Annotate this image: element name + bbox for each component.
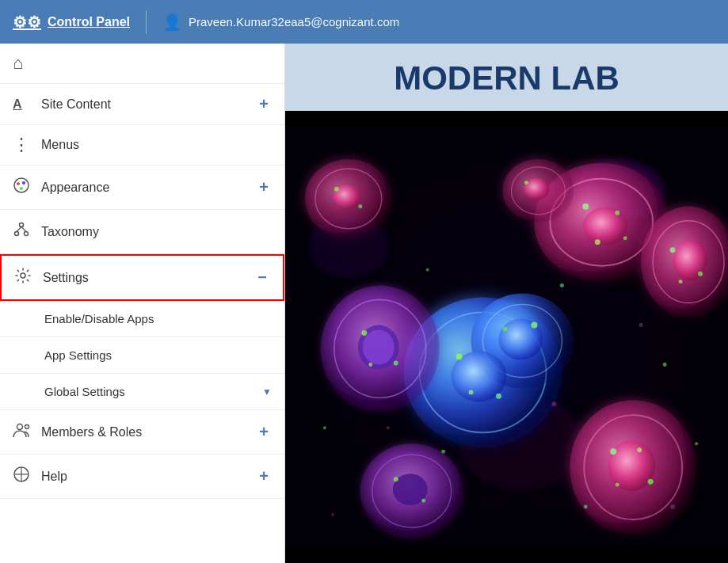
control-panel-label: Control Panel [48, 15, 130, 29]
sidebar-sub-item-enable-disable[interactable]: Enable/Disable Apps [0, 301, 284, 337]
site-content-icon: A [13, 97, 35, 112]
gear-icon: ⚙ [13, 13, 41, 32]
members-toggle[interactable]: + [256, 423, 272, 441]
svg-point-9 [21, 273, 25, 278]
svg-point-72 [560, 283, 564, 287]
sidebar-item-label: Appearance [41, 181, 256, 195]
svg-line-7 [17, 227, 21, 232]
global-settings-toggle[interactable]: ▼ [262, 386, 272, 398]
sidebar-item-menus[interactable]: ⋮ Menus [0, 125, 284, 165]
svg-point-22 [583, 207, 627, 245]
sidebar-item-site-content[interactable]: A Site Content + [0, 84, 284, 125]
settings-icon [14, 267, 36, 288]
svg-point-32 [679, 280, 683, 283]
svg-point-42 [531, 322, 537, 329]
svg-line-8 [21, 227, 26, 232]
sidebar-sub-item-label: Global Settings [44, 385, 262, 398]
svg-point-80 [639, 323, 643, 327]
control-panel-link[interactable]: ⚙ Control Panel [13, 13, 130, 32]
svg-point-26 [623, 236, 627, 240]
header: ⚙ Control Panel 👤 Praveen.Kumar32eaa5@co… [0, 0, 728, 44]
content-area: MODERN LAB [285, 44, 728, 563]
sidebar-item-appearance[interactable]: Appearance + [0, 165, 284, 210]
svg-point-4 [20, 223, 24, 227]
svg-point-39 [456, 353, 463, 359]
svg-point-71 [524, 181, 528, 184]
svg-point-67 [358, 204, 362, 208]
sidebar-item-members[interactable]: Members & Roles + [0, 410, 284, 455]
header-divider [146, 10, 147, 34]
home-icon: ⌂ [13, 53, 23, 73]
sidebar-sub-item-label: App Settings [44, 348, 272, 362]
svg-point-81 [387, 426, 390, 429]
svg-point-66 [334, 187, 339, 192]
svg-point-61 [394, 477, 398, 481]
sidebar-sub-item-app-settings[interactable]: App Settings [0, 337, 284, 374]
sidebar-item-label: Help [41, 470, 256, 484]
svg-point-75 [323, 426, 326, 429]
appearance-icon [13, 177, 35, 198]
members-icon [13, 421, 35, 443]
help-icon [13, 466, 35, 487]
svg-point-11 [25, 425, 29, 429]
svg-point-25 [595, 239, 600, 245]
sidebar-item-label: Settings [43, 271, 254, 285]
svg-point-83 [331, 513, 334, 516]
svg-point-55 [648, 479, 654, 485]
svg-point-73 [426, 268, 429, 272]
svg-point-79 [551, 401, 556, 406]
svg-point-2 [22, 181, 25, 184]
help-toggle[interactable]: + [256, 467, 272, 485]
sidebar-item-help[interactable]: Help + [0, 455, 284, 499]
sidebar-item-label: Members & Roles [41, 425, 256, 439]
taxonomy-icon [13, 221, 35, 242]
svg-point-47 [363, 330, 394, 365]
svg-point-77 [695, 442, 698, 445]
microscopy-image [285, 111, 728, 563]
svg-point-3 [20, 187, 23, 190]
svg-point-30 [670, 247, 676, 253]
svg-point-54 [610, 448, 616, 455]
svg-point-78 [441, 450, 445, 454]
sidebar-sub-item-label: Enable/Disable Apps [44, 312, 272, 325]
svg-point-1 [17, 182, 20, 185]
sidebar-item-settings[interactable]: Settings − [0, 254, 284, 301]
svg-point-50 [368, 363, 372, 367]
svg-point-57 [616, 483, 619, 487]
svg-point-23 [582, 204, 589, 210]
svg-point-74 [663, 363, 667, 367]
svg-point-82 [670, 504, 675, 509]
page-title: MODERN LAB [285, 44, 728, 105]
svg-point-43 [503, 327, 508, 332]
svg-point-5 [15, 232, 19, 236]
svg-point-56 [637, 447, 642, 452]
sidebar-sub-item-global-settings[interactable]: Global Settings ▼ [0, 374, 284, 410]
sidebar-item-label: Site Content [41, 97, 256, 112]
svg-point-76 [584, 505, 588, 509]
sidebar-item-label: Menus [41, 138, 272, 152]
user-email: Praveen.Kumar32eaa5@cognizant.com [189, 15, 399, 29]
svg-point-70 [524, 178, 549, 200]
settings-toggle[interactable]: − [254, 268, 270, 287]
sidebar-item-taxonomy[interactable]: Taxonomy [0, 210, 284, 254]
svg-point-0 [14, 178, 29, 192]
sidebar-item-home[interactable]: ⌂ [0, 44, 284, 84]
svg-point-40 [496, 394, 501, 399]
svg-point-6 [25, 232, 29, 236]
header-user: 👤 Praveen.Kumar32eaa5@cognizant.com [162, 13, 399, 32]
svg-point-53 [608, 440, 655, 491]
svg-point-10 [17, 424, 23, 430]
appearance-toggle[interactable]: + [256, 178, 272, 196]
svg-point-62 [421, 499, 425, 503]
main-layout: ⌂ A Site Content + ⋮ Menus Appearance [0, 44, 728, 563]
menus-icon: ⋮ [13, 136, 35, 154]
sidebar: ⌂ A Site Content + ⋮ Menus Appearance [0, 44, 285, 563]
svg-point-31 [698, 272, 703, 276]
svg-point-41 [469, 390, 474, 394]
sidebar-item-label: Taxonomy [41, 225, 272, 239]
user-icon: 👤 [162, 13, 182, 32]
svg-point-48 [361, 330, 367, 336]
svg-point-49 [394, 360, 398, 365]
svg-point-24 [615, 211, 619, 215]
site-content-toggle[interactable]: + [256, 95, 272, 113]
